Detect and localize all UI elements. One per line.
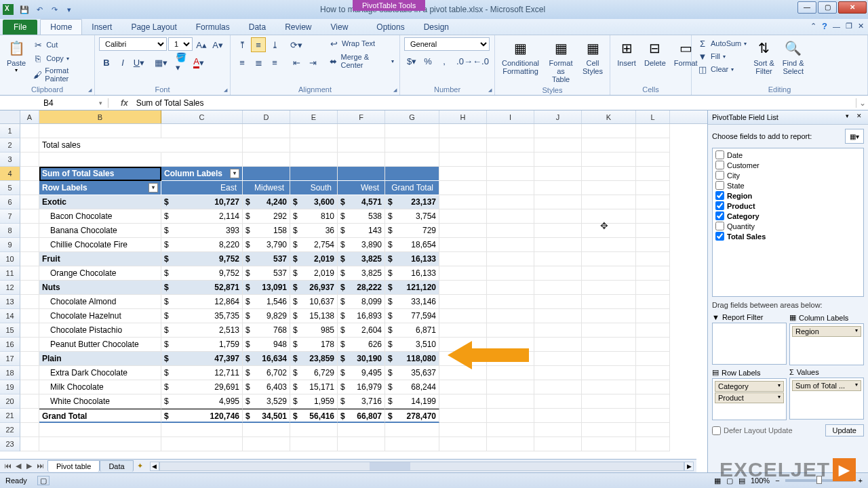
row-header[interactable]: 7: [0, 209, 20, 224]
pivot-column-labels[interactable]: Column Labels▾: [161, 167, 243, 181]
value-cell[interactable]: $1,546: [243, 295, 290, 309]
column-header-J[interactable]: J: [534, 110, 582, 123]
value-cell[interactable]: $16,979: [338, 380, 385, 394]
value-cell[interactable]: $35,735: [161, 309, 243, 323]
find-select-button[interactable]: 🔍Find & Select: [780, 37, 807, 77]
column-header-H[interactable]: H: [439, 110, 487, 123]
row-header[interactable]: 2: [0, 138, 20, 152]
row-label[interactable]: Nuts: [39, 281, 161, 295]
field-customer[interactable]: Customer: [714, 160, 862, 170]
row-header[interactable]: 13: [0, 295, 20, 309]
grand-total[interactable]: $120,746: [161, 409, 243, 423]
cell[interactable]: [582, 409, 636, 423]
cell[interactable]: [487, 423, 534, 437]
cell[interactable]: [636, 124, 670, 138]
tab-review[interactable]: Review: [275, 20, 321, 35]
cell[interactable]: [487, 152, 534, 167]
row-label[interactable]: Peanut Butter Chocolate: [39, 338, 161, 352]
cell[interactable]: [439, 167, 487, 181]
value-cell[interactable]: $1,959: [290, 394, 338, 409]
cell[interactable]: [487, 209, 534, 224]
area-rows-dropzone[interactable]: Category▾Product▾: [712, 378, 787, 420]
cell[interactable]: [582, 295, 636, 309]
decrease-indent-icon[interactable]: ⇤: [289, 55, 304, 70]
cell[interactable]: [582, 323, 636, 338]
redo-icon[interactable]: ↷: [47, 3, 61, 16]
value-cell[interactable]: $143: [338, 224, 385, 238]
row-header[interactable]: 15: [0, 323, 20, 338]
value-cell[interactable]: $15,138: [290, 309, 338, 323]
conditional-formatting-button[interactable]: ▦Conditional Formatting: [499, 37, 542, 77]
expand-formula-bar-icon[interactable]: ⌄: [856, 98, 868, 108]
cell[interactable]: [439, 394, 487, 409]
cell[interactable]: [636, 152, 670, 167]
value-cell[interactable]: $158: [243, 224, 290, 238]
workbook-close-icon[interactable]: ✕: [858, 22, 864, 30]
area-columns-dropzone[interactable]: Region▾: [789, 323, 864, 365]
value-cell[interactable]: $2,604: [338, 323, 385, 338]
cell[interactable]: [487, 309, 534, 323]
field-checklist[interactable]: DateCustomerCityStateRegionProductCatego…: [712, 148, 864, 297]
row-header[interactable]: 20: [0, 394, 20, 409]
value-cell[interactable]: $68,244: [385, 380, 439, 394]
row-header[interactable]: 17: [0, 352, 20, 366]
column-header-A[interactable]: A: [20, 110, 39, 123]
column-header-E[interactable]: E: [290, 110, 338, 123]
tab-design[interactable]: Design: [414, 20, 458, 35]
cell[interactable]: [582, 209, 636, 224]
value-cell[interactable]: $36: [290, 224, 338, 238]
cell[interactable]: [20, 409, 39, 423]
column-header-B[interactable]: B: [39, 110, 161, 123]
save-icon[interactable]: 💾: [18, 3, 31, 16]
value-cell[interactable]: $6,871: [385, 323, 439, 338]
autosum-button[interactable]: ΣAutoSum▾: [696, 37, 748, 49]
field-state[interactable]: State: [714, 180, 862, 190]
cell[interactable]: [20, 437, 39, 451]
cell[interactable]: [20, 295, 39, 309]
cell[interactable]: [20, 238, 39, 252]
field-chip[interactable]: Region▾: [792, 326, 861, 337]
value-cell[interactable]: $3,600: [290, 195, 338, 209]
clear-button[interactable]: ◫Clear▾: [696, 63, 748, 75]
value-cell[interactable]: $10,727: [161, 195, 243, 209]
increase-indent-icon[interactable]: ⇥: [305, 55, 320, 70]
column-header-G[interactable]: G: [385, 110, 439, 123]
zoom-slider[interactable]: [785, 479, 853, 482]
cell[interactable]: [534, 266, 582, 281]
font-size-select[interactable]: 12: [168, 37, 193, 51]
cell[interactable]: [439, 409, 487, 423]
undo-icon[interactable]: ↶: [33, 3, 46, 16]
table-title[interactable]: Total sales: [39, 138, 161, 152]
cell[interactable]: [636, 295, 670, 309]
cell[interactable]: [439, 380, 487, 394]
value-cell[interactable]: $8,099: [338, 295, 385, 309]
col-midwest[interactable]: Midwest: [243, 181, 290, 195]
cell[interactable]: [243, 437, 290, 451]
cell[interactable]: [534, 209, 582, 224]
cell[interactable]: [338, 437, 385, 451]
row-header[interactable]: 22: [0, 423, 20, 437]
cell[interactable]: [439, 266, 487, 281]
cell[interactable]: [439, 352, 487, 366]
merge-center-button[interactable]: ⬌Merge & Center▾: [327, 52, 395, 70]
cell[interactable]: [243, 124, 290, 138]
tab-insert[interactable]: Insert: [82, 20, 121, 35]
value-cell[interactable]: $16,133: [385, 252, 439, 266]
align-right-icon[interactable]: ≡: [267, 55, 282, 70]
value-cell[interactable]: $810: [290, 209, 338, 224]
grand-total[interactable]: $34,501: [243, 409, 290, 423]
value-cell[interactable]: $2,754: [290, 238, 338, 252]
row-label[interactable]: Extra Dark Chocolate: [39, 366, 161, 380]
cell[interactable]: [582, 181, 636, 195]
cell[interactable]: [20, 309, 39, 323]
value-cell[interactable]: $9,752: [161, 252, 243, 266]
cell[interactable]: [534, 437, 582, 451]
value-cell[interactable]: $985: [290, 323, 338, 338]
cell[interactable]: [636, 181, 670, 195]
increase-decimal-icon[interactable]: .0→: [457, 54, 472, 68]
sheet-tab-pivot[interactable]: Pivot table: [47, 460, 100, 472]
column-header-L[interactable]: L: [636, 110, 670, 123]
value-cell[interactable]: $4,240: [243, 195, 290, 209]
cell[interactable]: [582, 167, 636, 181]
cell[interactable]: [487, 138, 534, 152]
